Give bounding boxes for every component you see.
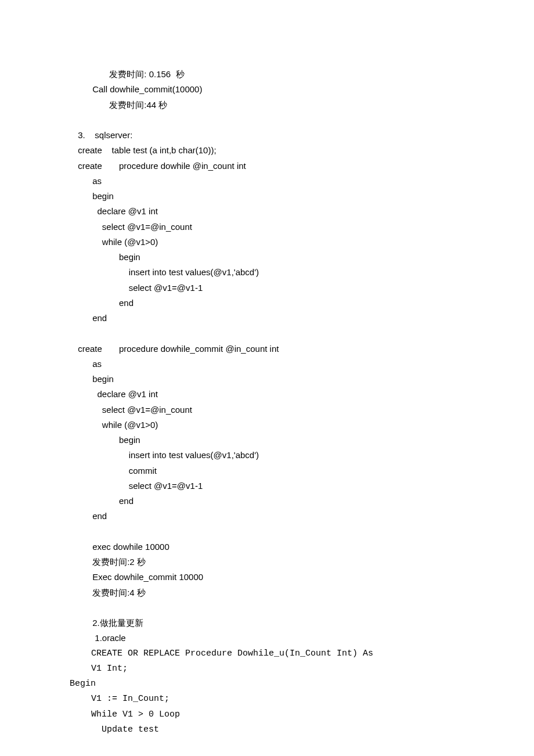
code-line: 3. sqlserver: — [75, 128, 534, 143]
code-line: declare @v1 int — [75, 204, 534, 219]
code-line: begin — [75, 250, 534, 265]
code-line: CREATE OR REPLACE Procedure Dowhile_u(In… — [75, 646, 534, 661]
code-line: create procedure dowhile_commit @in_coun… — [75, 341, 534, 357]
code-line: select @v1=@in_count — [75, 219, 534, 235]
code-line: 发费时间:4 秒 — [75, 585, 534, 600]
code-line: create table test (a int,b char(10)); — [75, 143, 534, 158]
code-line: end — [75, 494, 534, 509]
code-line: end — [75, 509, 534, 524]
document-content: 发费时间: 0.156 秒 Call dowhile_commit(10000)… — [0, 67, 534, 737]
code-line: begin — [75, 372, 534, 387]
code-line: end — [75, 296, 534, 311]
code-line: While V1 > 0 Loop — [75, 707, 534, 722]
code-line — [75, 326, 534, 341]
code-line: commit — [75, 463, 534, 478]
code-line: Update test — [75, 722, 534, 737]
code-line — [75, 600, 534, 615]
code-line: exec dowhile 10000 — [75, 539, 534, 555]
code-line: 2.做批量更新 — [75, 615, 534, 631]
code-line: 1.oracle — [75, 631, 534, 646]
code-line: V1 := In_Count; — [75, 692, 534, 707]
code-line: Call dowhile_commit(10000) — [75, 82, 534, 97]
code-line: insert into test values(@v1,'abcd') — [75, 265, 534, 280]
code-line: as — [75, 174, 534, 189]
code-line: create procedure dowhile @in_count int — [75, 159, 534, 174]
code-line: while (@v1>0) — [75, 417, 534, 433]
code-line: declare @v1 int — [75, 387, 534, 402]
code-line: while (@v1>0) — [75, 235, 534, 250]
code-line — [75, 113, 534, 128]
code-line: Begin — [70, 676, 534, 692]
code-line: end — [75, 311, 534, 326]
code-line: select @v1=@in_count — [75, 402, 534, 417]
code-line: select @v1=@v1-1 — [75, 478, 534, 494]
code-line: insert into test values(@v1,'abcd') — [75, 448, 534, 463]
code-line: begin — [75, 433, 534, 448]
code-line: Exec dowhile_commit 10000 — [75, 570, 534, 585]
code-line: 发费时间:2 秒 — [75, 555, 534, 570]
code-line: begin — [75, 189, 534, 204]
code-line: 发费时间: 0.156 秒 — [75, 67, 534, 82]
code-line: select @v1=@v1-1 — [75, 280, 534, 296]
code-line — [75, 524, 534, 539]
code-line: 发费时间:44 秒 — [75, 98, 534, 113]
code-line: as — [75, 357, 534, 372]
code-line: V1 Int; — [75, 661, 534, 676]
